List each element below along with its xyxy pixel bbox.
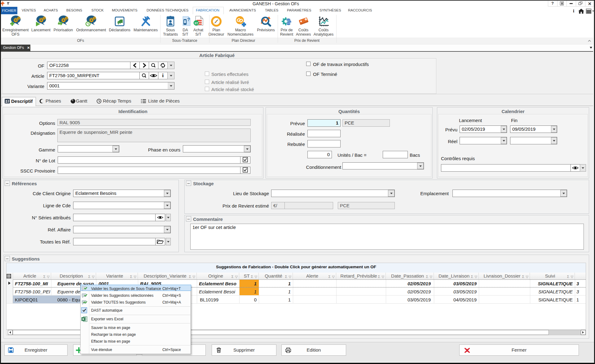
svg-text:ST: ST [195, 22, 198, 25]
svg-text:?: ? [187, 17, 190, 22]
